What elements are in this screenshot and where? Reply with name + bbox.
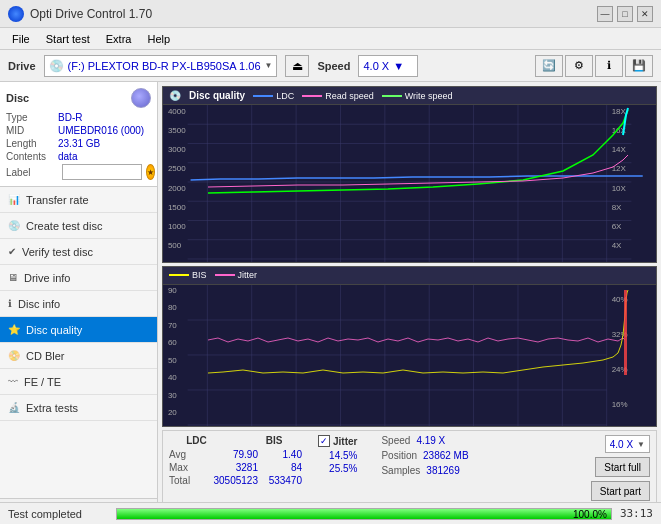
disc-type-value: BD-R <box>58 112 82 123</box>
minimize-button[interactable]: — <box>597 6 613 22</box>
svg-text:20: 20 <box>168 408 177 417</box>
speed-selector[interactable]: 4.0 X ▼ <box>358 55 418 77</box>
svg-text:500: 500 <box>168 241 182 250</box>
toolbar-icons: 🔄 ⚙ ℹ 💾 <box>535 55 653 77</box>
save-button[interactable]: 💾 <box>625 55 653 77</box>
total-label: Total <box>169 475 199 486</box>
speed-dropdown[interactable]: 4.0 X ▼ <box>605 435 650 453</box>
status-bar: Test completed 100.0% 33:13 <box>0 502 661 524</box>
disc-length-label: Length <box>6 138 58 149</box>
menu-file[interactable]: File <box>4 31 38 47</box>
jitter-legend-label: Jitter <box>238 270 258 280</box>
progress-fill <box>117 509 611 519</box>
close-button[interactable]: ✕ <box>637 6 653 22</box>
sidebar: Disc Type BD-R MID UMEBDR016 (000) Lengt… <box>0 82 158 524</box>
svg-text:2X: 2X <box>612 261 622 263</box>
svg-text:80: 80 <box>168 303 177 312</box>
sidebar-item-fe-te[interactable]: 〰 FE / TE <box>0 369 157 395</box>
drive-selector[interactable]: 💿 (F:) PLEXTOR BD-R PX-LB950SA 1.06 ▼ <box>44 55 278 77</box>
start-full-button[interactable]: Start full <box>595 457 650 477</box>
nav-list: 📊 Transfer rate 💿 Create test disc ✔ Ver… <box>0 187 157 421</box>
disc-label-button[interactable]: ★ <box>146 164 155 180</box>
sidebar-item-drive-info[interactable]: 🖥 Drive info <box>0 265 157 291</box>
svg-text:70: 70 <box>168 321 177 330</box>
svg-text:3500: 3500 <box>168 126 186 135</box>
disc-contents-value: data <box>58 151 77 162</box>
position-label: Position <box>381 450 417 461</box>
speed-dropdown-arrow: ▼ <box>637 440 645 449</box>
sidebar-item-create-test-disc[interactable]: 💿 Create test disc <box>0 213 157 239</box>
drive-label: Drive <box>8 60 36 72</box>
sidebar-item-cd-bler[interactable]: 📀 CD Bler <box>0 343 157 369</box>
max-jitter: 25.5% <box>318 463 357 474</box>
app-icon <box>8 6 24 22</box>
avg-label: Avg <box>169 449 199 460</box>
drive-bar: Drive 💿 (F:) PLEXTOR BD-R PX-LB950SA 1.0… <box>0 50 661 82</box>
restore-button[interactable]: □ <box>617 6 633 22</box>
avg-jitter: 14.5% <box>318 450 357 461</box>
read-speed-legend-label: Read speed <box>325 91 374 101</box>
svg-text:1500: 1500 <box>168 203 186 212</box>
speed-dropdown-value: 4.0 X <box>610 439 633 450</box>
read-speed-legend-line <box>302 95 322 97</box>
menu-help[interactable]: Help <box>139 31 178 47</box>
app-title: Opti Drive Control 1.70 <box>30 7 597 21</box>
svg-rect-47 <box>163 285 656 427</box>
info-button[interactable]: ℹ <box>595 55 623 77</box>
menu-start-test[interactable]: Start test <box>38 31 98 47</box>
svg-text:6X: 6X <box>612 222 622 231</box>
svg-text:2500: 2500 <box>168 164 186 173</box>
jitter-legend-line <box>215 274 235 276</box>
disc-label-label: Label <box>6 167 58 178</box>
svg-text:4000: 4000 <box>168 107 186 116</box>
speed-stat-value: 4.19 X <box>416 435 452 446</box>
drive-value: (F:) PLEXTOR BD-R PX-LB950SA 1.06 <box>68 60 261 72</box>
bottom-chart-svg: 90 80 70 60 50 40 30 20 10 40% 32% 24% 1… <box>163 285 656 427</box>
svg-text:40: 40 <box>168 373 177 382</box>
ldc-legend: LDC <box>253 91 294 101</box>
disc-panel: Disc Type BD-R MID UMEBDR016 (000) Lengt… <box>0 82 157 187</box>
bottom-chart-panel: BIS Jitter <box>162 266 657 427</box>
disc-panel-title: Disc <box>6 92 29 104</box>
disc-label-input[interactable] <box>62 164 142 180</box>
sidebar-item-disc-quality[interactable]: ⭐ Disc quality <box>0 317 157 343</box>
start-part-button[interactable]: Start part <box>591 481 650 501</box>
avg-ldc: 79.90 <box>203 449 258 460</box>
sidebar-item-transfer-rate[interactable]: 📊 Transfer rate <box>0 187 157 213</box>
disc-length-value: 23.31 GB <box>58 138 100 149</box>
write-speed-legend: Write speed <box>382 91 453 101</box>
progress-percent: 100.0% <box>573 509 607 521</box>
svg-text:1000: 1000 <box>168 222 186 231</box>
svg-text:4X: 4X <box>612 241 622 250</box>
ldc-header: LDC <box>169 435 224 446</box>
svg-text:18X: 18X <box>612 107 627 116</box>
sidebar-item-disc-info[interactable]: ℹ Disc info <box>0 291 157 317</box>
disc-mid-value: UMEBDR016 (000) <box>58 125 144 136</box>
disc-quality-title: Disc quality <box>189 90 245 101</box>
speed-stat-label: Speed <box>381 435 410 446</box>
jitter-header: Jitter <box>333 436 357 447</box>
eject-button[interactable]: ⏏ <box>285 55 309 77</box>
sidebar-item-verify-test-disc[interactable]: ✔ Verify test disc <box>0 239 157 265</box>
title-bar: Opti Drive Control 1.70 — □ ✕ <box>0 0 661 28</box>
jitter-legend: Jitter <box>215 270 258 280</box>
disc-icon <box>131 88 151 108</box>
progress-bar: 100.0% <box>116 508 612 520</box>
bis-legend-label: BIS <box>192 270 207 280</box>
speed-label: Speed <box>317 60 350 72</box>
bis-legend-line <box>169 274 189 276</box>
bis-legend: BIS <box>169 270 207 280</box>
settings-button[interactable]: ⚙ <box>565 55 593 77</box>
sidebar-item-extra-tests[interactable]: 🔬 Extra tests <box>0 395 157 421</box>
content-area: 💿 Disc quality LDC Read speed Write spee… <box>158 82 661 524</box>
samples-label: Samples <box>381 465 420 476</box>
speed-dropdown-arrow: ▼ <box>393 60 404 72</box>
disc-contents-label: Contents <box>6 151 58 162</box>
svg-text:10X: 10X <box>612 184 627 193</box>
drive-dropdown-arrow: ▼ <box>265 61 273 70</box>
menu-extra[interactable]: Extra <box>98 31 140 47</box>
time-display: 33:13 <box>620 507 653 520</box>
jitter-checkbox[interactable]: ✓ <box>318 435 330 447</box>
refresh-button[interactable]: 🔄 <box>535 55 563 77</box>
svg-text:2000: 2000 <box>168 184 186 193</box>
